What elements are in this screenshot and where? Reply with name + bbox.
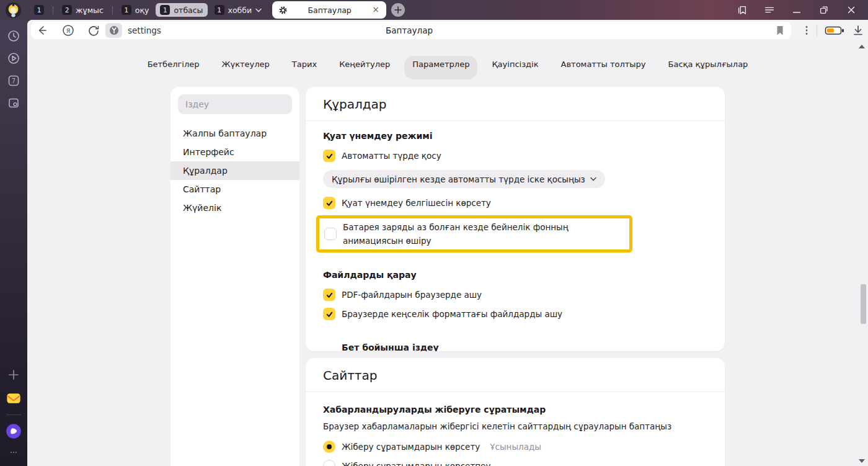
radio-row-hide-requests[interactable]: Жіберу сұратымдарын көрсетпеу <box>323 459 707 466</box>
sidebar-item-interface[interactable]: Интерфейс <box>170 143 299 161</box>
sites-section-card: Сайттар Хабарландыруларды жіберуге сұрат… <box>306 358 725 466</box>
active-tab-settings[interactable]: Баптаулар × <box>272 1 386 19</box>
tab-group-work[interactable]: 2 жұмыс <box>58 3 108 17</box>
gear-icon <box>278 6 288 15</box>
settings-search-input[interactable]: Іздеу <box>178 94 292 114</box>
checkbox-label: Браузерде кеңселік форматтағы файлдарды … <box>342 307 562 321</box>
minimize-icon[interactable] <box>791 4 802 16</box>
checkbox-label: Батарея заряды аз болған кезде бейнелік … <box>343 220 626 248</box>
scrollbar-thumb[interactable] <box>861 284 866 324</box>
tab-counter-icon[interactable]: 7 <box>7 74 20 87</box>
svg-text:7: 7 <box>12 78 16 84</box>
chevron-down-icon <box>255 8 262 12</box>
tab-group-count: 1 <box>34 5 44 15</box>
window-controls <box>737 4 857 16</box>
plus-icon <box>394 6 402 14</box>
radio-label: Жіберу сұратымдарын көрсетпеу <box>342 459 490 466</box>
tab-group-count: 1 <box>215 5 224 15</box>
tools-section-title: Құралдар <box>306 87 725 121</box>
tab-title: Баптаулар <box>288 6 371 15</box>
checkbox-checked-icon[interactable] <box>323 150 335 162</box>
nav-tab-downloads[interactable]: Жүктеулер <box>213 56 277 79</box>
nav-tab-extensions[interactable]: Кеңейтулер <box>331 56 398 79</box>
tab-group-count: 2 <box>62 5 72 15</box>
checkbox-row-battery-animation[interactable]: Батарея заряды аз болған кезде бейнелік … <box>324 220 626 248</box>
restore-icon[interactable] <box>818 4 830 16</box>
checkbox-row-office-files[interactable]: Браузерде кеңселік форматтағы файлдарды … <box>323 307 707 321</box>
checkbox-label: Қуат үнемдеу белгішесін көрсету <box>342 196 491 210</box>
page-search-title: Бет бойынша іздеу <box>342 343 707 351</box>
search-placeholder: Іздеу <box>185 99 209 109</box>
sidebar-item-general[interactable]: Жалпы баптаулар <box>170 124 299 143</box>
sidebar-item-system[interactable]: Жүйелік <box>170 199 299 217</box>
tab-group-label: жұмыс <box>76 6 104 15</box>
tools-section-card: Құралдар Қуат үнемдеу режимі Автоматты т… <box>306 87 725 351</box>
add-panel-icon[interactable] <box>7 368 20 382</box>
checkbox-row-pdf[interactable]: PDF-файлдарын браузерде ашу <box>323 288 707 302</box>
nav-tab-history[interactable]: Тарих <box>284 56 325 79</box>
yandex-mail-icon[interactable] <box>6 390 22 406</box>
sites-section-title: Сайттар <box>306 358 725 392</box>
page-title: Баптаулар <box>27 25 791 35</box>
tab-group-separator <box>112 6 113 14</box>
screen-share-icon[interactable] <box>7 96 20 110</box>
settings-sidebar-card: Іздеу Жалпы баптаулар Интерфейс Құралдар… <box>170 87 299 466</box>
tab-group-label: оқу <box>135 6 149 15</box>
battery-saver-icon[interactable] <box>825 24 844 37</box>
tab-groups: 1 2 жұмыс 1 оқу 1 отбасы 1 хобби <box>30 3 266 17</box>
alice-assistant-icon[interactable] <box>6 423 22 439</box>
sidebar-divider <box>6 414 21 415</box>
settings-nav: Бетбелгілер Жүктеулер Тарих Кеңейтулер П… <box>27 41 868 79</box>
scrollbar-up-arrow[interactable] <box>859 45 865 48</box>
notifications-description: Браузер хабарламаларын жібергісі келетін… <box>323 421 707 431</box>
checkbox-checked-icon[interactable] <box>323 308 335 320</box>
checkbox-checked-icon[interactable] <box>323 289 335 301</box>
bookmark-icon[interactable] <box>774 24 786 37</box>
media-play-icon[interactable] <box>7 52 20 65</box>
nav-tab-bookmarks[interactable]: Бетбелгілер <box>140 56 208 79</box>
downloads-icon[interactable] <box>852 24 864 37</box>
address-bar: Я settings Баптаулар <box>27 20 868 41</box>
title-bar: 1 2 жұмыс 1 оқу 1 отбасы 1 хобби Баптаул… <box>0 0 868 20</box>
radio-row-show-requests[interactable]: Жіберу сұратымдарын көрсету Ұсынылады <box>323 440 707 454</box>
tabs-panel-icon[interactable] <box>737 4 748 16</box>
checkbox-row-auto-enable[interactable]: Автоматты түрде қосу <box>323 149 707 163</box>
checkbox-checked-icon[interactable] <box>323 197 335 209</box>
tab-group-1[interactable]: 1 <box>30 3 48 17</box>
menu-icon[interactable] <box>764 4 775 16</box>
nav-tab-settings[interactable]: Параметрлер <box>404 56 477 79</box>
browser-content: Я settings Баптаулар <box>27 20 868 466</box>
tab-group-label: отбасы <box>174 6 203 15</box>
recommended-badge: Ұсынылады <box>490 442 541 452</box>
radio-unchecked-icon[interactable] <box>323 460 335 466</box>
profile-avatar[interactable] <box>6 2 21 18</box>
more-options-icon[interactable] <box>7 448 20 457</box>
close-tab-icon[interactable]: × <box>371 6 380 14</box>
radio-checked-icon[interactable] <box>323 441 335 453</box>
checkbox-label: PDF-файлдарын браузерде ашу <box>342 288 482 302</box>
tab-group-study[interactable]: 1 оқу <box>117 3 154 17</box>
sidebar-item-sites[interactable]: Сайттар <box>170 180 299 199</box>
power-saving-title: Қуат үнемдеу режимі <box>323 131 707 141</box>
power-mode-dropdown[interactable]: Құрылғы өшірілген кезде автоматты түрде … <box>323 170 605 188</box>
tab-group-hobby[interactable]: 1 хобби <box>210 3 267 17</box>
nav-tab-autofill[interactable]: Автоматты толтыру <box>553 56 654 79</box>
scrollbar-down-arrow[interactable] <box>859 459 865 463</box>
dropdown-value: Құрылғы өшірілген кезде автоматты түрде … <box>332 174 585 184</box>
tab-group-family[interactable]: 1 отбасы <box>156 3 207 17</box>
notifications-title: Хабарландыруларды жіберуге сұратымдар <box>323 405 707 414</box>
history-icon[interactable] <box>7 29 20 43</box>
toolbar-divider <box>817 25 817 36</box>
tab-group-count: 1 <box>122 5 131 15</box>
checkbox-row-show-icon[interactable]: Қуат үнемдеу белгішесін көрсету <box>323 196 707 210</box>
nav-tab-other-devices[interactable]: Басқа құрылғылар <box>660 56 756 79</box>
sidebar-bottom-cluster <box>6 364 22 466</box>
checkbox-unchecked-icon[interactable] <box>324 228 337 240</box>
sidebar-item-tools[interactable]: Құралдар <box>170 161 299 180</box>
radio-label: Жіберу сұратымдарын көрсету <box>342 440 480 454</box>
new-tab-button[interactable] <box>391 3 405 17</box>
kebab-menu-icon[interactable] <box>800 24 813 37</box>
nav-tab-security[interactable]: Қауіпсіздік <box>484 56 546 79</box>
close-window-icon[interactable] <box>846 4 857 16</box>
checkbox-label: Автоматты түрде қосу <box>342 149 441 163</box>
